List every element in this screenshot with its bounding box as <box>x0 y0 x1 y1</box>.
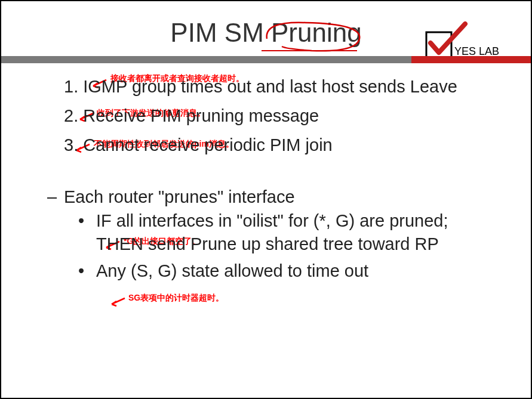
sub-item-2: Any (S, G) state allowed to time out <box>64 259 507 283</box>
annotation-5: SG表项中的计时器超时。 <box>128 293 224 304</box>
divider-red-accent <box>411 56 531 63</box>
list-item-2: 2. Receive PIM pruning message <box>64 104 507 128</box>
list-item-3: 3. Cannot receive periodic PIM join <box>64 134 507 157</box>
yeslab-logo: YES LAB <box>423 19 513 61</box>
sub-section: Each router "prunes" interface IF all in… <box>64 185 507 283</box>
svg-text:YES LAB: YES LAB <box>454 45 499 57</box>
title-underline <box>262 50 357 51</box>
arrow-5 <box>107 296 126 308</box>
divider-bar <box>1 56 531 63</box>
dash-item: Each router "prunes" interface <box>64 185 507 209</box>
sub-item-1-line2: THEN send Prune up shared tree toward RP <box>96 234 439 253</box>
slide-title: PIM SM Pruning <box>170 18 361 48</box>
list-item-1: 1. IGMP group times out and last host se… <box>64 75 507 98</box>
sub-item-1: IF all interfaces in "oilist" for (*, G)… <box>64 209 507 256</box>
content-area: 1. IGMP group times out and last host se… <box>1 63 531 283</box>
sub-item-1-line1: IF all interfaces in "oilist" for (*, G)… <box>96 211 448 230</box>
